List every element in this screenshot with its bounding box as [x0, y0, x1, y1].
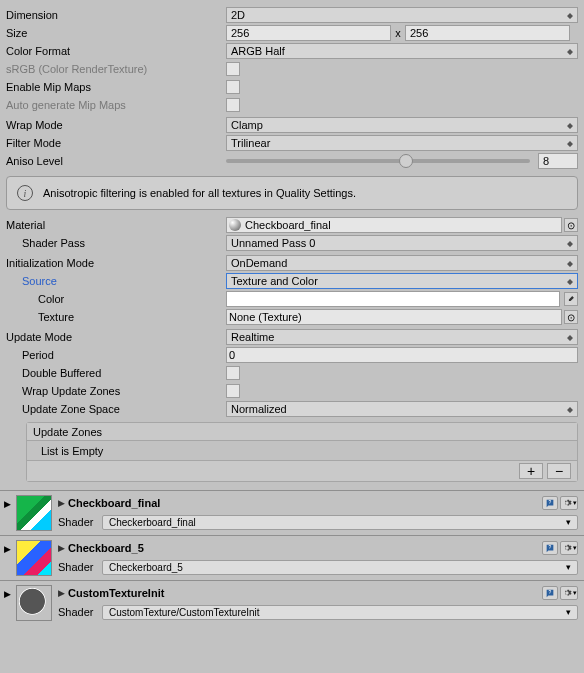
auto-mip-checkbox — [226, 98, 240, 112]
shader-dropdown-2[interactable]: CustomTexture/CustomTextureInit — [102, 605, 578, 620]
wrap-zones-label: Wrap Update Zones — [6, 385, 226, 397]
texture-picker[interactable]: ⊙ — [564, 310, 578, 324]
foldout-arrow-icon[interactable]: ▶ — [4, 589, 11, 599]
source-label: Source — [6, 275, 226, 287]
settings-icon[interactable]: ▾ — [560, 586, 578, 600]
color-label: Color — [6, 293, 226, 305]
eyedropper-button[interactable] — [564, 292, 578, 306]
texture-value: None (Texture) — [229, 311, 302, 323]
aniso-slider[interactable] — [226, 153, 536, 169]
source-dropdown[interactable]: Texture and Color — [226, 273, 578, 289]
settings-icon[interactable]: ▾ — [560, 496, 578, 510]
texture-field[interactable]: None (Texture) — [226, 309, 562, 325]
foldout-arrow-icon[interactable]: ▶ — [58, 543, 68, 553]
material-preview-1 — [16, 540, 52, 576]
zone-space-label: Update Zone Space — [6, 403, 226, 415]
svg-text:?: ? — [549, 499, 552, 505]
period-field[interactable]: 0 — [226, 347, 578, 363]
color-field[interactable] — [226, 291, 560, 307]
period-value: 0 — [229, 349, 235, 361]
material-preview-2 — [16, 585, 52, 621]
material-section-1: ▶ ▶Checkboard_5?▾ ShaderCheckerboard_5 — [0, 535, 584, 580]
material-name-1: Checkboard_5 — [68, 542, 542, 554]
zones-remove-button[interactable]: − — [547, 463, 571, 479]
zones-add-button[interactable]: + — [519, 463, 543, 479]
wrap-mode-dropdown[interactable]: Clamp — [226, 117, 578, 133]
dimension-label: Dimension — [6, 9, 226, 21]
filter-mode-label: Filter Mode — [6, 137, 226, 149]
material-preview-0 — [16, 495, 52, 531]
material-label: Material — [6, 219, 226, 231]
material-name-2: CustomTextureInit — [68, 587, 542, 599]
svg-text:?: ? — [549, 589, 552, 595]
auto-mip-label: Auto generate Mip Maps — [6, 99, 226, 111]
material-value: Checkboard_final — [245, 219, 331, 231]
zone-space-dropdown[interactable]: Normalized — [226, 401, 578, 417]
wrap-zones-checkbox[interactable] — [226, 384, 240, 398]
material-section-2: ▶ ▶CustomTextureInit?▾ ShaderCustomTextu… — [0, 580, 584, 625]
double-buffered-checkbox[interactable] — [226, 366, 240, 380]
shader-dropdown-1[interactable]: Checkerboard_5 — [102, 560, 578, 575]
help-icon[interactable]: ? — [542, 496, 558, 510]
shader-pass-label: Shader Pass — [6, 237, 226, 249]
aniso-label: Aniso Level — [6, 155, 226, 167]
shader-label-0: Shader — [58, 516, 102, 528]
shader-label-1: Shader — [58, 561, 102, 573]
material-icon — [229, 219, 241, 231]
foldout-arrow-icon[interactable]: ▶ — [4, 544, 11, 554]
info-box: iAnisotropic filtering is enabled for al… — [6, 176, 578, 210]
foldout-arrow-icon[interactable]: ▶ — [58, 498, 68, 508]
update-zones-list: Update Zones List is Empty +− — [26, 422, 578, 482]
update-mode-dropdown[interactable]: Realtime — [226, 329, 578, 345]
update-mode-label: Update Mode — [6, 331, 226, 343]
update-zones-empty: List is Empty — [41, 445, 103, 457]
info-text: Anisotropic filtering is enabled for all… — [43, 187, 356, 199]
material-field[interactable]: Checkboard_final — [226, 217, 562, 233]
wrap-mode-label: Wrap Mode — [6, 119, 226, 131]
mipmaps-label: Enable Mip Maps — [6, 81, 226, 93]
foldout-arrow-icon[interactable]: ▶ — [4, 499, 11, 509]
init-mode-dropdown[interactable]: OnDemand — [226, 255, 578, 271]
filter-mode-dropdown[interactable]: Trilinear — [226, 135, 578, 151]
help-icon[interactable]: ? — [542, 541, 558, 555]
size-sep: x — [393, 27, 403, 39]
srgb-label: sRGB (Color RenderTexture) — [6, 63, 226, 75]
aniso-value[interactable]: 8 — [538, 153, 578, 169]
texture-label: Texture — [6, 311, 226, 323]
srgb-checkbox — [226, 62, 240, 76]
init-mode-label: Initialization Mode — [6, 257, 226, 269]
settings-icon[interactable]: ▾ — [560, 541, 578, 555]
size-label: Size — [6, 27, 226, 39]
shader-dropdown-0[interactable]: Checkerboard_final — [102, 515, 578, 530]
material-section-0: ▶ ▶Checkboard_final?▾ ShaderCheckerboard… — [0, 490, 584, 535]
update-zones-header: Update Zones — [33, 426, 102, 438]
size-y-field[interactable]: 256 — [405, 25, 570, 41]
color-format-label: Color Format — [6, 45, 226, 57]
color-format-dropdown[interactable]: ARGB Half — [226, 43, 578, 59]
material-picker[interactable]: ⊙ — [564, 218, 578, 232]
shader-label-2: Shader — [58, 606, 102, 618]
mipmaps-checkbox[interactable] — [226, 80, 240, 94]
svg-text:?: ? — [549, 544, 552, 550]
size-x-field[interactable]: 256 — [226, 25, 391, 41]
double-buffered-label: Double Buffered — [6, 367, 226, 379]
period-label: Period — [6, 349, 226, 361]
shader-pass-dropdown[interactable]: Unnamed Pass 0 — [226, 235, 578, 251]
dimension-dropdown[interactable]: 2D — [226, 7, 578, 23]
info-icon: i — [17, 185, 33, 201]
material-name-0: Checkboard_final — [68, 497, 542, 509]
foldout-arrow-icon[interactable]: ▶ — [58, 588, 68, 598]
help-icon[interactable]: ? — [542, 586, 558, 600]
